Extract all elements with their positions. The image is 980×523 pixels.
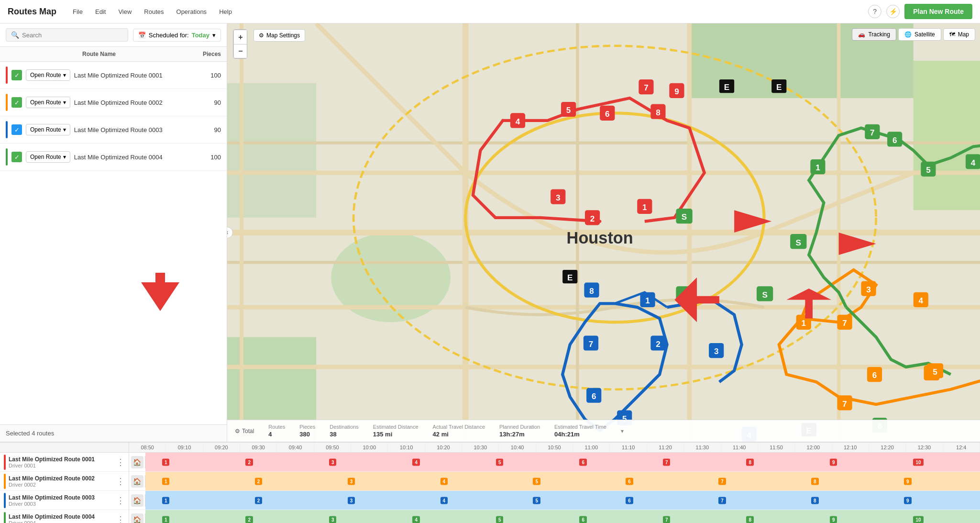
stop-2-2: 2 (255, 478, 263, 485)
time-tick-1040: 10:40 (499, 443, 536, 452)
svg-text:1: 1 (642, 202, 647, 212)
tracking-button[interactable]: 🚗 Tracking (852, 28, 896, 41)
stop-4-3: 3 (329, 516, 337, 523)
lightning-icon-button[interactable]: ⚡ (886, 5, 900, 18)
route-checkbox-0003[interactable]: ✓ (11, 124, 22, 135)
time-tick-1050: 10:50 (536, 443, 573, 452)
stop-2-8: 8 (811, 478, 819, 485)
time-tick-0850: 08:50 (129, 443, 166, 452)
svg-text:6: 6 (892, 135, 897, 145)
route-type-chevron-0002: ▾ (63, 99, 66, 106)
stop-2-6: 6 (626, 478, 633, 485)
est-travel-label: Estimated Travel Time (554, 424, 606, 430)
stop-3-6: 6 (626, 497, 633, 504)
timeline-label-col-header (0, 443, 129, 452)
stat-est-travel: Estimated Travel Time 04h:21m (554, 424, 606, 438)
time-tick-124: 12:4 (943, 443, 980, 452)
schedule-button[interactable]: 📅 Scheduled for: Today ▾ (133, 29, 221, 42)
tl-home-3[interactable]: 🏠 (129, 494, 145, 507)
open-route-button-0002[interactable]: Open Route ▾ (26, 97, 70, 108)
menu-help[interactable]: Help (217, 7, 234, 16)
tl-bar-area-4: 12345678910 (145, 510, 980, 523)
open-route-button-0001[interactable]: Open Route ▾ (26, 69, 70, 81)
route-checkbox-0001[interactable]: ✓ (11, 70, 22, 80)
route-checkbox-0004[interactable]: ✓ (11, 152, 22, 162)
route-checkbox-0002[interactable]: ✓ (11, 97, 22, 108)
tl-route-name-1: Last Mile Optimized Route 0001 (9, 456, 113, 463)
svg-text:7: 7 (644, 83, 649, 92)
map-svg: Houston 1 (227, 23, 980, 442)
search-icon: 🔍 (11, 31, 19, 39)
sidebar: 🔍 📅 Scheduled for: Today ▾ Route Name Pi… (0, 23, 227, 442)
tl-driver-4: Driver 0004 (9, 520, 113, 523)
route-name-0004: Last Mile Optimized Route 0004 (74, 154, 193, 161)
tl-menu-icon-1[interactable]: ⋮ (116, 457, 125, 467)
svg-text:1: 1 (645, 296, 650, 305)
menu-edit[interactable]: Edit (93, 7, 108, 16)
stop-2-7: 7 (718, 478, 726, 485)
time-tick-1110: 11:10 (610, 443, 647, 452)
time-tick-1220: 12:20 (869, 443, 906, 452)
tl-driver-2: Driver 0002 (9, 482, 113, 488)
stats-expand-icon[interactable]: ▾ (621, 428, 624, 434)
svg-text:E: E (776, 82, 782, 92)
zoom-out-button[interactable]: − (233, 44, 247, 58)
svg-text:6: 6 (872, 370, 877, 380)
open-route-button-0004[interactable]: Open Route ▾ (26, 151, 70, 163)
route-row-0001: ✓ Open Route ▾ Last Mile Optimized Route… (0, 62, 227, 89)
route-list: ✓ Open Route ▾ Last Mile Optimized Route… (0, 62, 227, 424)
tl-home-4[interactable]: 🏠 (129, 513, 145, 523)
route-type-label-0001: Open Route (30, 72, 61, 78)
time-tick-0930: 09:30 (240, 443, 277, 452)
zoom-in-button[interactable]: + (233, 30, 247, 44)
map-icon: 🗺 (949, 31, 955, 38)
open-route-button-0003[interactable]: Open Route ▾ (26, 124, 70, 135)
tl-menu-icon-2[interactable]: ⋮ (116, 476, 125, 487)
svg-text:8: 8 (589, 286, 594, 296)
map-button[interactable]: 🗺 Map (943, 28, 975, 41)
time-tick-1150: 11:50 (758, 443, 795, 452)
menu-operations[interactable]: Operations (175, 7, 209, 16)
stop-2-9: 9 (904, 478, 912, 485)
route-color-bar-0004 (6, 148, 8, 166)
stop-1-4: 4 (412, 458, 420, 466)
map-area[interactable]: Houston 1 (227, 23, 980, 442)
route-type-label-0002: Open Route (30, 99, 61, 106)
tl-home-1[interactable]: 🏠 (129, 456, 145, 468)
stop-1-1: 1 (162, 458, 170, 466)
svg-text:S: S (796, 238, 801, 247)
time-tick-1010: 10:10 (388, 443, 425, 452)
stop-2-4: 4 (440, 478, 448, 485)
tl-driver-1: Driver 0001 (9, 463, 113, 468)
svg-text:5: 5 (933, 367, 937, 377)
tl-route-name-4: Last Mile Optimized Route 0004 (9, 513, 113, 520)
titlebar: Routes Map File Edit View Routes Operati… (0, 0, 980, 23)
est-distance-label: Estimated Distance (373, 424, 418, 430)
menu-view[interactable]: View (116, 7, 133, 16)
plan-new-route-button[interactable]: Plan New Route (904, 4, 972, 19)
header-pieces-col: Pieces (192, 51, 221, 57)
time-tick-1140: 11:40 (721, 443, 758, 452)
map-settings-button[interactable]: ⚙ Map Settings (253, 29, 305, 42)
svg-text:3: 3 (714, 346, 719, 356)
tl-name-area-2: Last Mile Optimized Route 0002 Driver 00… (9, 475, 113, 488)
tl-menu-icon-4[interactable]: ⋮ (116, 514, 125, 523)
help-icon-button[interactable]: ? (868, 5, 881, 18)
menu-file[interactable]: File (71, 7, 85, 16)
tl-menu-icon-3[interactable]: ⋮ (116, 495, 125, 506)
search-box[interactable]: 🔍 (6, 28, 128, 42)
tracking-icon: 🚗 (858, 31, 865, 38)
route-type-label-0004: Open Route (30, 154, 61, 160)
stop-4-8: 8 (746, 516, 754, 523)
search-input[interactable] (22, 32, 123, 39)
stats-settings-button[interactable]: ⚙ Total (235, 428, 254, 434)
tl-home-2[interactable]: 🏠 (129, 475, 145, 488)
time-tick-0910: 09:10 (166, 443, 203, 452)
sidebar-footer: Selected 4 routes (0, 424, 227, 442)
menu-routes[interactable]: Routes (142, 7, 165, 16)
time-tick-1200: 12:00 (795, 443, 832, 452)
stop-4-2: 2 (245, 516, 253, 523)
stat-destinations: Destinations 38 (330, 424, 359, 438)
stop-4-9: 9 (830, 516, 837, 523)
satellite-button[interactable]: 🌐 Satellite (898, 28, 941, 41)
